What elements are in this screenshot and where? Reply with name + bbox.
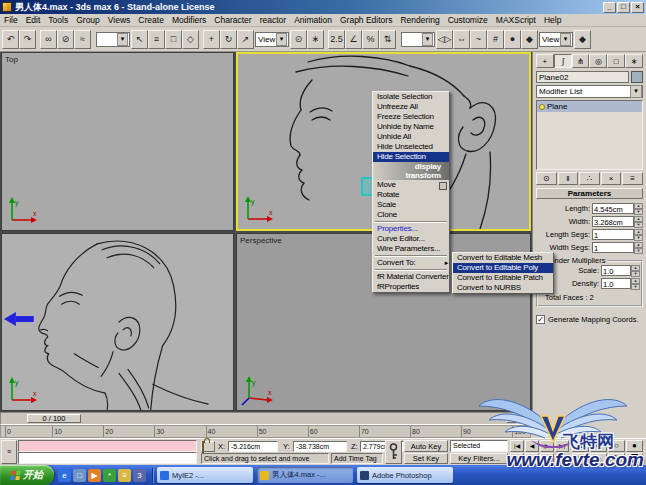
spinner[interactable]: ▲ ▼: [634, 242, 643, 253]
align-icon[interactable]: ⇔: [453, 30, 470, 49]
time-slider-track[interactable]: 0 / 100 ◀ ▶: [0, 412, 531, 425]
menubar-item[interactable]: Rendering: [396, 15, 443, 25]
select-and-link-icon[interactable]: ∞: [40, 30, 57, 49]
menubar-item[interactable]: reactor: [256, 15, 290, 25]
tab-create[interactable]: +: [536, 54, 554, 68]
use-pivot-point-center-icon[interactable]: ⊙: [290, 30, 307, 49]
spinner[interactable]: ▲ ▼: [634, 203, 643, 214]
maxscript-listener-macro-line[interactable]: [18, 440, 197, 452]
parameter-value-field[interactable]: 1.0: [601, 265, 631, 276]
parameter-value-field[interactable]: 4.545cm: [592, 203, 634, 214]
auto-key-button[interactable]: Auto Key: [404, 440, 448, 452]
menubar-item[interactable]: MAXScript: [492, 15, 540, 25]
quad-menu-item[interactable]: fR Material Converter: [373, 272, 449, 282]
maximize-button[interactable]: □: [617, 2, 630, 13]
zoom-region-icon[interactable]: □: [572, 453, 589, 465]
spinner[interactable]: ▲ ▼: [631, 278, 640, 289]
start-button[interactable]: 开始: [0, 465, 54, 485]
show-end-result-button[interactable]: ‖: [558, 172, 579, 185]
named-selection-sets-combo[interactable]: [401, 32, 435, 47]
parameters-rollout-header[interactable]: Parameters: [536, 188, 643, 199]
render-scene-icon[interactable]: ◆: [521, 30, 538, 49]
maxscript-listener-line[interactable]: [18, 452, 197, 464]
spinner-down-icon[interactable]: ▼: [634, 235, 643, 241]
tab-hierarchy[interactable]: ⋔: [572, 54, 590, 68]
unlink-selection-icon[interactable]: ⊘: [57, 30, 74, 49]
pan-view-icon[interactable]: +: [590, 453, 607, 465]
tab-modify[interactable]: ∫: [554, 54, 572, 68]
quad-menu-item[interactable]: Rotate: [373, 190, 449, 200]
submenu-item[interactable]: Convert to Editable Poly: [453, 263, 553, 273]
menubar-item[interactable]: Views: [104, 15, 135, 25]
spinner-down-icon[interactable]: ▼: [634, 222, 643, 228]
object-color-swatch[interactable]: [631, 71, 643, 83]
folder-icon[interactable]: ≡: [118, 469, 131, 482]
select-by-name-icon[interactable]: ≡: [148, 30, 165, 49]
go-to-start-button[interactable]: |◀: [510, 440, 524, 452]
show-desktop-icon[interactable]: □: [73, 469, 86, 482]
quad-menu-item[interactable]: Isolate Selection: [373, 92, 449, 102]
menubar-item[interactable]: Character: [210, 15, 255, 25]
quad-menu-item[interactable]: Convert To:: [373, 258, 449, 268]
taskbar-button-3dsmax[interactable]: 男人体4.max -...: [257, 467, 353, 483]
modifier-list-dropdown[interactable]: Modifier List: [536, 85, 643, 98]
quad-menu-item[interactable]: Scale: [373, 200, 449, 210]
menubar-item[interactable]: Create: [134, 15, 168, 25]
select-object-icon[interactable]: ↖: [131, 30, 148, 49]
taskbar-button-photoshop[interactable]: Adobe Photoshop: [357, 467, 453, 483]
tab-utilities[interactable]: ∗: [625, 54, 643, 68]
quad-menu-item[interactable]: Clone: [373, 210, 449, 220]
schematic-view-icon[interactable]: #: [487, 30, 504, 49]
quad-menu-item[interactable]: Move: [373, 180, 449, 190]
previous-key-button[interactable]: ◀|: [525, 453, 539, 465]
go-to-end-button[interactable]: ▶|: [555, 440, 569, 452]
menubar-item[interactable]: Customize: [444, 15, 492, 25]
quad-menu-item[interactable]: Hide Unselected: [373, 142, 449, 152]
percent-snap-toggle-icon[interactable]: %: [362, 30, 379, 49]
rectangular-selection-region-icon[interactable]: □: [165, 30, 182, 49]
spinner-down-icon[interactable]: ▼: [634, 248, 643, 254]
material-editor-icon[interactable]: ●: [504, 30, 521, 49]
bind-to-space-warp-icon[interactable]: ≈: [74, 30, 91, 49]
media-player-icon[interactable]: ▶: [88, 469, 101, 482]
ie-icon[interactable]: e: [58, 469, 71, 482]
zoom-extents-icon[interactable]: ○: [608, 440, 625, 452]
zoom-extents-all-icon[interactable]: ●: [626, 440, 643, 452]
key-filters-button[interactable]: Key Filters...: [450, 453, 508, 464]
snaps-toggle-icon[interactable]: 2.5: [328, 30, 345, 49]
mirror-icon[interactable]: ◁▷: [436, 30, 453, 49]
spinner-down-icon[interactable]: ▼: [631, 271, 640, 277]
zoom-all-icon[interactable]: ⊕: [590, 440, 607, 452]
time-slider-thumb[interactable]: 0 / 100: [27, 414, 81, 423]
quad-menu-item[interactable]: Freeze Selection: [373, 112, 449, 122]
add-time-tag[interactable]: Add Time Tag: [331, 453, 383, 464]
selection-lock-icon[interactable]: [201, 441, 215, 452]
spinner[interactable]: ▲ ▼: [634, 216, 643, 227]
y-coordinate-field[interactable]: -38.738cm: [293, 441, 347, 452]
spinner-snap-toggle-icon[interactable]: ⇅: [379, 30, 396, 49]
quad-menu-item[interactable]: Unhide All: [373, 132, 449, 142]
reference-coordinate-system-combo[interactable]: View: [255, 32, 289, 47]
time-step-forward-button[interactable]: ▶: [518, 414, 529, 423]
zoom-icon[interactable]: ⊕: [572, 440, 589, 452]
menubar-item[interactable]: Tools: [44, 15, 72, 25]
quick-render-icon[interactable]: ◆: [574, 30, 591, 49]
quad-menu-item[interactable]: Wire Parameters...: [373, 244, 449, 254]
modifier-stack-item[interactable]: Plane: [537, 101, 642, 112]
close-button[interactable]: ×: [631, 2, 644, 13]
angle-snap-toggle-icon[interactable]: ∠: [345, 30, 362, 49]
quad-menu-item[interactable]: Hide Selection: [373, 152, 449, 162]
set-key-button[interactable]: Set Key: [404, 453, 448, 464]
menubar-item[interactable]: Graph Editors: [336, 15, 396, 25]
spinner-down-icon[interactable]: ▼: [631, 284, 640, 290]
min-max-toggle-icon[interactable]: ▛: [626, 453, 643, 465]
track-bar-ruler[interactable]: 0102030405060708090100: [0, 425, 531, 438]
undo-icon[interactable]: ↶: [2, 30, 19, 49]
menubar-item[interactable]: Animation: [290, 15, 336, 25]
x-coordinate-field[interactable]: -5.216cm: [228, 441, 278, 452]
viewport-top[interactable]: Top xy: [1, 52, 234, 231]
parameter-value-field[interactable]: 1.0: [601, 278, 631, 289]
previous-frame-button[interactable]: ◀: [525, 440, 539, 452]
max-app-icon[interactable]: 3: [133, 469, 146, 482]
taskbar-button-myie2[interactable]: MyIE2 -...: [157, 467, 253, 483]
